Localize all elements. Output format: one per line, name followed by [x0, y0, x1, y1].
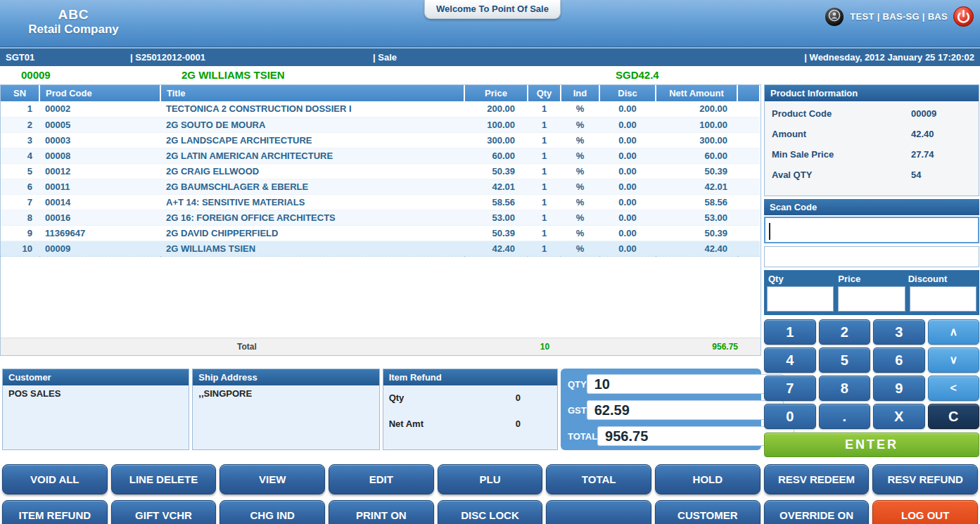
- power-icon[interactable]: [953, 6, 974, 27]
- button-edit[interactable]: EDIT: [329, 464, 434, 494]
- key-5[interactable]: 5: [819, 347, 871, 373]
- totals-qty-field[interactable]: [587, 374, 784, 394]
- cell-ind: %: [561, 210, 599, 225]
- table-row[interactable]: 100002TECTONICA 2 CONSTRUCTION DOSSIER I…: [1, 101, 760, 117]
- table-row[interactable]: 3000032G LANDSCAPE ARCHITECTURE300.001%0…: [1, 132, 760, 148]
- entry-price-label: Price: [838, 274, 905, 284]
- totals-total-label: TOTAL: [568, 431, 597, 442]
- table-row[interactable]: 4000082G LATIN AMERICAN ARCHITECTURE60.0…: [1, 148, 760, 163]
- cell-disc: 0.00: [599, 101, 656, 117]
- product-information-title: Product Information: [765, 85, 979, 101]
- button-chg-ind[interactable]: CHG IND: [219, 500, 325, 524]
- entry-price-input[interactable]: [838, 286, 905, 312]
- product-info-field: Min Sale Price27.74: [772, 149, 972, 160]
- cell-sn: 1: [1, 101, 39, 117]
- cell-nett: 300.00: [656, 132, 737, 148]
- button-resv-redeem[interactable]: RESV REDEEM: [764, 464, 870, 494]
- cell-title: TECTONICA 2 CONSTRUCTION DOSSIER I: [160, 101, 464, 117]
- cell-ind: %: [561, 117, 599, 132]
- key-up[interactable]: ∧: [928, 319, 980, 345]
- button-view[interactable]: VIEW: [219, 464, 325, 494]
- button-log-out[interactable]: LOG OUT: [872, 500, 978, 524]
- cell-nett: 200.00: [656, 101, 737, 117]
- col-header-sn: SN: [1, 85, 39, 101]
- table-header-row: SN Prod Code Title Price Qty Ind Disc Ne…: [1, 85, 760, 101]
- key-clear[interactable]: C: [928, 404, 980, 429]
- refund-net-value: 0: [516, 418, 521, 429]
- user-sphere-icon[interactable]: [824, 6, 845, 27]
- key-7[interactable]: 7: [764, 376, 816, 401]
- cell-pad: [737, 163, 760, 179]
- key-0[interactable]: 0: [764, 404, 816, 429]
- key-9[interactable]: 9: [873, 376, 925, 401]
- cell-qty: 1: [528, 132, 561, 148]
- table-row[interactable]: 6000112G BAUMSCHLAGER & EBERLE42.011%0.0…: [1, 179, 760, 194]
- entry-qty-input[interactable]: [767, 286, 834, 312]
- totals-gst-field[interactable]: [587, 400, 784, 420]
- cell-ind: %: [561, 132, 599, 148]
- customer-panel-title: Customer: [3, 369, 189, 385]
- cell-price: 60.00: [464, 148, 528, 163]
- cell-code: 00011: [39, 179, 160, 194]
- cell-pad: [737, 241, 760, 256]
- cell-qty: 1: [528, 179, 561, 194]
- button-disc-lock[interactable]: DISC LOCK: [438, 500, 543, 524]
- total-qty-value: 10: [528, 342, 561, 352]
- key-8[interactable]: 8: [819, 376, 871, 401]
- key-1[interactable]: 1: [764, 319, 816, 345]
- table-row[interactable]: 9113696472G DAVID CHIPPERFIELD50.391%0.0…: [1, 225, 760, 241]
- ship-address-value: ,,SINGPORE: [193, 385, 378, 449]
- button-plu[interactable]: PLU: [438, 464, 543, 494]
- key-3[interactable]: 3: [873, 319, 925, 345]
- button-print-on[interactable]: PRINT ON: [329, 500, 434, 524]
- totals-qty-label: QTY: [568, 379, 587, 390]
- cell-pad: [737, 101, 760, 117]
- cell-nett: 50.39: [656, 225, 737, 241]
- button-line-delete[interactable]: LINE DELETE: [111, 464, 217, 494]
- button-total[interactable]: TOTAL: [546, 464, 651, 494]
- cell-nett: 50.39: [656, 163, 737, 179]
- key-down[interactable]: ∨: [928, 347, 980, 373]
- scan-code-display[interactable]: [764, 246, 979, 267]
- cell-price: 50.39: [464, 225, 528, 241]
- key-x[interactable]: X: [873, 404, 925, 429]
- cell-disc: 0.00: [599, 241, 656, 256]
- logo-line2: Retail Company: [15, 23, 132, 37]
- button-void-all[interactable]: VOID ALL: [2, 464, 108, 494]
- button-item-refund[interactable]: ITEM REFUND: [2, 500, 108, 524]
- cell-pad: [737, 179, 760, 194]
- cell-pad: [737, 117, 760, 132]
- button-customer[interactable]: CUSTOMER: [655, 500, 761, 524]
- table-row[interactable]: 8000162G 16: FOREIGN OFFICE ARCHITECTS53…: [1, 210, 760, 225]
- table-row[interactable]: 2000052G SOUTO DE MOURA100.001%0.00100.0…: [1, 117, 760, 132]
- cell-pad: [737, 225, 760, 241]
- cell-price: 50.39: [464, 163, 528, 179]
- product-info-value: 54: [911, 170, 972, 180]
- table-row[interactable]: 700014A+T 14: SENSITIVE MATERIALS58.561%…: [1, 194, 760, 210]
- cell-code: 00009: [39, 241, 160, 256]
- key-6[interactable]: 6: [873, 347, 925, 373]
- table-row[interactable]: 10000092G WILLIAMS TSIEN42.401%0.0042.40: [1, 241, 760, 256]
- button-override-on[interactable]: OVERRIDE ON: [764, 500, 870, 524]
- button-gift-vchr[interactable]: GIFT VCHR: [111, 500, 217, 524]
- refund-qty-value: 0: [516, 392, 521, 403]
- terminal-id: SGT01: [6, 52, 34, 63]
- entry-discount-input[interactable]: [910, 286, 976, 312]
- table-row[interactable]: 5000122G CRAIG ELLWOOD50.391%0.0050.39: [1, 163, 760, 179]
- key-2[interactable]: 2: [819, 319, 871, 345]
- status-bar: SGT01 | S25012012-0001 | Sale | Wednesda…: [0, 47, 980, 66]
- enter-button[interactable]: ENTER: [764, 433, 979, 457]
- cell-sn: 10: [1, 241, 39, 256]
- cell-title: 2G LANDSCAPE ARCHITECTURE: [160, 132, 464, 148]
- refund-qty-label: Qty: [389, 392, 516, 403]
- total-amount-value: 956.75: [712, 342, 738, 352]
- app-header: ABC Retail Company Welcome To Point Of S…: [0, 0, 980, 47]
- button-resv-refund[interactable]: RESV REFUND: [872, 464, 978, 494]
- key-dot[interactable]: .: [819, 404, 871, 429]
- key-backspace[interactable]: <: [928, 376, 980, 401]
- cell-sn: 4: [1, 148, 39, 163]
- button-blank[interactable]: [546, 500, 651, 524]
- scan-code-input[interactable]: [764, 217, 979, 243]
- button-hold[interactable]: HOLD: [655, 464, 761, 494]
- key-4[interactable]: 4: [764, 347, 816, 373]
